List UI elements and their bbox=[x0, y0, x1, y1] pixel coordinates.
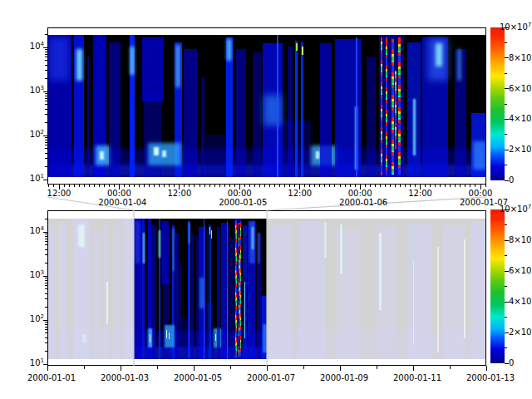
axis-tick bbox=[385, 185, 386, 187]
axis-tick bbox=[274, 185, 275, 187]
axis-tick bbox=[410, 185, 411, 187]
spectral-feature bbox=[473, 141, 486, 170]
axis-tick bbox=[505, 255, 507, 256]
spectral-feature bbox=[145, 239, 146, 359]
axis-tick bbox=[45, 307, 47, 308]
axis-tick bbox=[59, 185, 60, 187]
axis-tick bbox=[48, 185, 49, 187]
axis-tick bbox=[144, 185, 145, 187]
axis-tick bbox=[309, 185, 310, 187]
axis-tick bbox=[440, 185, 441, 187]
spectral-feature bbox=[227, 221, 228, 359]
spectral-feature bbox=[204, 219, 204, 359]
axis-tick bbox=[405, 185, 406, 187]
spectral-feature bbox=[259, 233, 259, 264]
axis-tick bbox=[45, 140, 47, 140]
axis-tick bbox=[303, 366, 304, 369]
axis-tick bbox=[45, 114, 47, 115]
axis-tick bbox=[299, 185, 300, 187]
axis-tick bbox=[43, 232, 47, 233]
spectral-feature bbox=[316, 151, 319, 159]
axis-tick bbox=[104, 185, 105, 187]
x-tick-date-label: 2000-01-06 bbox=[334, 198, 392, 207]
spectral-feature bbox=[180, 261, 181, 359]
detail-spectrogram-plot-area[interactable] bbox=[47, 35, 486, 177]
axis-tick bbox=[45, 145, 47, 145]
axis-tick bbox=[45, 278, 47, 278]
axis-tick bbox=[45, 98, 47, 99]
axis-tick bbox=[119, 185, 120, 187]
x-tick-date-label: 2000-01-03 bbox=[96, 373, 154, 382]
axis-tick bbox=[264, 185, 265, 187]
axis-tick bbox=[194, 185, 195, 187]
axis-tick bbox=[340, 185, 341, 187]
axis-tick bbox=[157, 366, 158, 369]
spectral-feature bbox=[288, 47, 292, 177]
axis-tick bbox=[45, 122, 47, 123]
spectral-feature bbox=[236, 49, 246, 177]
spectral-feature bbox=[205, 135, 227, 177]
axis-tick bbox=[45, 109, 47, 110]
spectral-feature bbox=[367, 57, 376, 177]
axis-tick bbox=[45, 254, 47, 255]
axis-tick bbox=[45, 234, 47, 234]
axis-tick bbox=[89, 185, 90, 187]
x-tick-date-label: 2000-01-09 bbox=[315, 373, 373, 382]
axis-tick bbox=[45, 101, 47, 101]
rainbow-burst-feature bbox=[395, 71, 397, 149]
rainbow-burst-feature bbox=[398, 37, 400, 174]
spectral-feature bbox=[458, 49, 461, 81]
axis-tick bbox=[45, 34, 47, 35]
spectral-feature bbox=[191, 233, 195, 359]
axis-tick bbox=[345, 185, 346, 187]
axis-tick bbox=[45, 148, 47, 149]
axis-tick bbox=[244, 185, 245, 187]
axis-tick bbox=[480, 185, 481, 187]
colorbar-tick-label: 10×107 bbox=[500, 204, 531, 214]
axis-tick bbox=[505, 73, 507, 74]
axis-tick bbox=[45, 52, 47, 52]
axis-tick bbox=[486, 366, 487, 371]
axis-tick bbox=[43, 180, 47, 180]
axis-tick bbox=[134, 185, 135, 187]
x-tick-date-label: 2000-01-13 bbox=[461, 373, 520, 382]
axis-tick bbox=[435, 185, 436, 187]
axis-tick bbox=[340, 366, 341, 371]
axis-tick bbox=[45, 332, 47, 333]
x-tick-date-label: 2000-01-07 bbox=[242, 373, 300, 382]
axis-tick bbox=[445, 185, 446, 187]
context-highlighted-zoom-region[interactable] bbox=[134, 219, 267, 359]
axis-tick bbox=[239, 185, 240, 187]
spectral-feature bbox=[230, 239, 233, 359]
axis-tick bbox=[380, 185, 381, 187]
x-tick-time-label: 00:00 bbox=[221, 189, 258, 198]
axis-tick bbox=[284, 185, 285, 187]
spectral-feature bbox=[436, 43, 442, 66]
axis-tick bbox=[69, 185, 70, 187]
context-spectrogram-plot-area[interactable] bbox=[47, 219, 486, 359]
colorbar-tick-label: 0 bbox=[509, 175, 514, 185]
spectral-feature bbox=[207, 230, 209, 359]
spectral-feature bbox=[166, 330, 168, 338]
x-tick-date-label: 2000-01-01 bbox=[22, 373, 81, 382]
axis-tick bbox=[505, 42, 507, 43]
y-tick-label: 102 bbox=[16, 314, 44, 323]
axis-tick bbox=[124, 185, 125, 187]
colorbar-tick-label: 6×107 bbox=[509, 266, 532, 275]
y-tick-label: 103 bbox=[16, 86, 44, 95]
axis-tick bbox=[45, 236, 47, 237]
axis-tick bbox=[45, 322, 47, 323]
spectral-feature bbox=[143, 233, 145, 264]
axis-tick bbox=[259, 185, 260, 187]
axis-tick bbox=[485, 185, 486, 187]
axis-tick bbox=[45, 219, 47, 219]
axis-tick bbox=[45, 70, 47, 71]
axis-tick bbox=[43, 320, 47, 321]
colorbar-tick-label: 0 bbox=[509, 358, 514, 367]
axis-tick bbox=[460, 185, 461, 187]
spectral-feature bbox=[201, 77, 204, 177]
spectral-feature bbox=[76, 49, 82, 81]
axis-tick bbox=[304, 185, 305, 187]
axis-tick bbox=[194, 366, 195, 371]
axis-tick bbox=[184, 185, 185, 187]
